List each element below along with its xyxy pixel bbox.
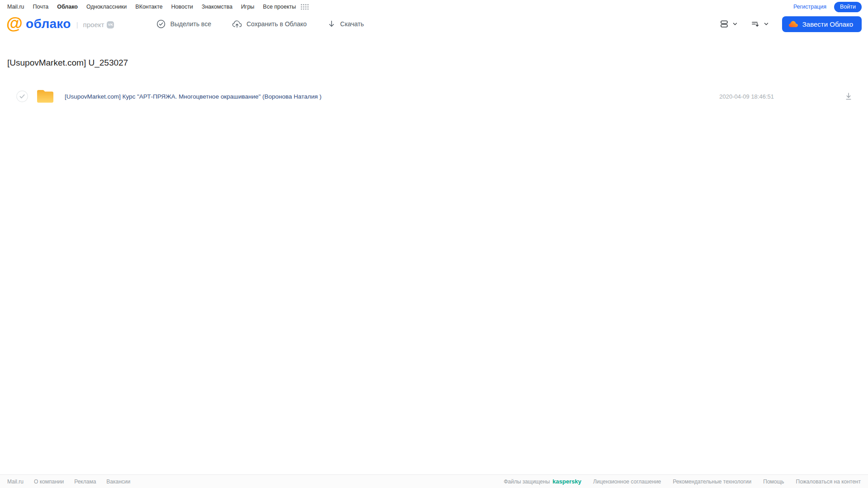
- nav-item-odnoklassniki[interactable]: Одноклассники: [86, 4, 127, 10]
- save-to-cloud-label: Сохранить в Облако: [247, 20, 307, 28]
- nav-item-oblako[interactable]: Облако: [57, 4, 78, 10]
- vk-badge-icon: VK: [107, 21, 114, 28]
- kaspersky-logo[interactable]: kaspersky: [553, 478, 582, 485]
- footer-link-report[interactable]: Пожаловаться на контент: [796, 479, 861, 485]
- nav-item-znakomstva[interactable]: Знакомства: [202, 4, 232, 10]
- file-name-link[interactable]: [UsupovMarket.com] Курс "АРТ-ПРЯЖА. Мног…: [65, 93, 322, 100]
- file-date: 2020-04-09 18:46:51: [719, 93, 774, 100]
- logo-divider: |: [76, 21, 78, 28]
- footer-right-links: Файлы защищены kaspersky Лицензионное со…: [504, 478, 861, 485]
- mailru-at-icon: @: [6, 16, 23, 31]
- nav-item-novosti[interactable]: Новости: [171, 4, 193, 10]
- view-mode-dropdown[interactable]: [720, 19, 738, 28]
- footer-left-links: Mail.ru О компании Реклама Вакансии: [7, 479, 130, 485]
- download-button[interactable]: Скачать: [327, 20, 364, 28]
- cloud-icon: [788, 20, 798, 28]
- save-to-cloud-button[interactable]: Сохранить в Облако: [232, 19, 307, 28]
- footer-link-about[interactable]: О компании: [34, 479, 64, 485]
- footer-link-recommendations[interactable]: Рекомендательные технологии: [673, 479, 752, 485]
- page-title: [UsupovMarket.com] U_253027: [7, 58, 868, 68]
- nav-item-igry[interactable]: Игры: [241, 4, 254, 10]
- header-right-controls: Завести Облако: [720, 16, 862, 32]
- nav-item-mailru[interactable]: Mail.ru: [7, 4, 24, 10]
- nav-item-all-projects[interactable]: Все проекты: [263, 4, 296, 10]
- footer-link-jobs[interactable]: Вакансии: [106, 479, 130, 485]
- cloud-public-page: Mail.ru Почта Облако Одноклассники ВКонт…: [0, 0, 868, 488]
- cloud-header: @ облако | проект VK Выделить все: [0, 13, 868, 35]
- apps-grid-icon[interactable]: [300, 4, 309, 10]
- project-label: проект: [83, 21, 104, 28]
- chevron-down-icon: [732, 21, 738, 27]
- kaspersky-prefix: Файлы защищены: [504, 479, 550, 485]
- actions-toolbar: Выделить все Сохранить в Облако Скача: [157, 19, 364, 28]
- nav-item-vkontakte[interactable]: ВКонтакте: [135, 4, 162, 10]
- file-download-icon[interactable]: [844, 92, 853, 101]
- download-label: Скачать: [340, 20, 364, 28]
- cloud-logo-text: облако: [26, 17, 71, 31]
- kaspersky-protection: Файлы защищены kaspersky: [504, 478, 582, 485]
- cloud-upload-icon: [232, 19, 242, 28]
- check-circle-icon: [157, 19, 166, 28]
- footer: Mail.ru О компании Реклама Вакансии Файл…: [0, 474, 868, 488]
- footer-link-license[interactable]: Лицензионное соглашение: [593, 479, 661, 485]
- registration-link[interactable]: Регистрация: [793, 4, 826, 10]
- footer-link-mailru[interactable]: Mail.ru: [7, 479, 24, 485]
- chevron-down-icon: [764, 21, 769, 27]
- row-checkbox[interactable]: [16, 90, 28, 102]
- file-row[interactable]: [UsupovMarket.com] Курс "АРТ-ПРЯЖА. Мног…: [0, 86, 868, 107]
- get-cloud-label: Завести Облако: [802, 20, 853, 28]
- select-all-label: Выделить все: [170, 20, 211, 28]
- login-button[interactable]: Войти: [834, 2, 862, 12]
- footer-link-ads[interactable]: Реклама: [74, 479, 96, 485]
- sort-dropdown[interactable]: [751, 19, 769, 28]
- get-cloud-button[interactable]: Завести Облако: [782, 16, 862, 32]
- download-arrow-icon: [327, 20, 336, 28]
- folder-icon[interactable]: [36, 88, 55, 104]
- footer-link-help[interactable]: Помощь: [763, 479, 784, 485]
- sort-icon: [751, 19, 760, 28]
- select-all-button[interactable]: Выделить все: [157, 19, 211, 28]
- nav-item-pochta[interactable]: Почта: [33, 4, 49, 10]
- cloud-logo[interactable]: @ облако | проект VK: [6, 17, 114, 31]
- portal-navbar: Mail.ru Почта Облако Одноклассники ВКонт…: [0, 0, 868, 13]
- list-view-icon: [720, 19, 729, 28]
